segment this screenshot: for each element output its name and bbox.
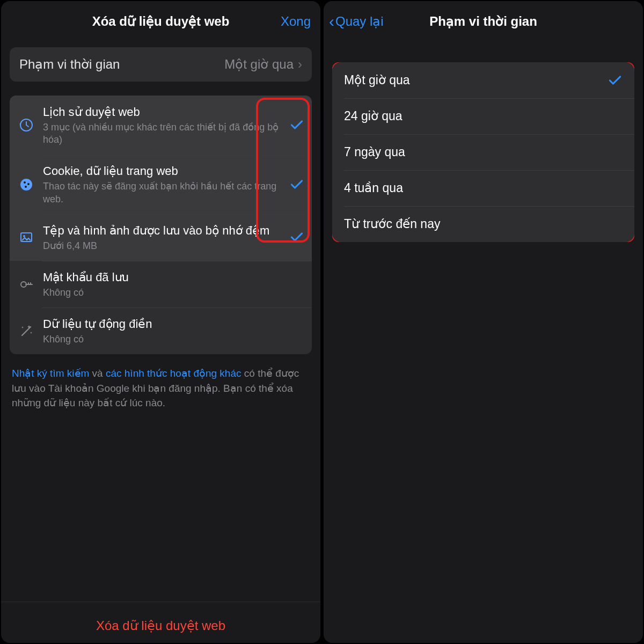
- page-title: Xóa dữ liệu duyệt web: [11, 14, 311, 29]
- check-icon: [289, 119, 304, 131]
- time-option-4w[interactable]: 4 tuần qua: [332, 170, 634, 206]
- data-item-title: Lịch sử duyệt web: [43, 104, 285, 120]
- time-range-options: Một giờ qua 24 giờ qua 7 ngày qua 4 tuần…: [332, 62, 634, 242]
- key-icon: [17, 275, 35, 294]
- data-item-title: Mật khẩu đã lưu: [43, 269, 285, 286]
- search-history-link[interactable]: Nhật ký tìm kiếm: [12, 368, 89, 379]
- wand-icon: [17, 322, 35, 340]
- back-button[interactable]: ‹ Quay lại: [329, 13, 384, 30]
- option-label: Từ trước đến nay: [344, 217, 608, 231]
- done-button[interactable]: Xong: [281, 14, 311, 29]
- header: ‹ Quay lại Phạm vi thời gian: [324, 1, 643, 41]
- check-icon: [289, 231, 304, 244]
- data-item-sub: Không có: [43, 287, 285, 299]
- data-item-passwords[interactable]: Mật khẩu đã lưu Không có: [10, 261, 312, 308]
- data-item-title: Dữ liệu tự động điền: [43, 316, 285, 332]
- option-label: Một giờ qua: [344, 73, 608, 87]
- image-icon: [17, 228, 35, 246]
- data-item-cache[interactable]: Tệp và hình ảnh được lưu vào bộ nhớ đệm …: [10, 214, 312, 261]
- header: Xóa dữ liệu duyệt web Xong: [1, 1, 320, 41]
- time-range-label: Phạm vi thời gian: [19, 57, 224, 72]
- check-icon: [608, 74, 623, 87]
- time-range-row[interactable]: Phạm vi thời gian Một giờ qua ›: [10, 47, 312, 82]
- data-item-sub: Dưới 6,4 MB: [43, 240, 285, 252]
- data-item-sub: Không có: [43, 333, 285, 346]
- cookie-icon: [17, 175, 35, 194]
- data-item-history[interactable]: Lịch sử duyệt web 3 mục (và nhiều mục kh…: [10, 96, 312, 155]
- time-option-7d[interactable]: 7 ngày qua: [332, 134, 634, 170]
- data-item-title: Tệp và hình ảnh được lưu vào bộ nhớ đệm: [43, 223, 285, 239]
- data-item-sub: 3 mục (và nhiều mục khác trên các thiết …: [43, 121, 285, 147]
- data-item-title: Cookie, dữ liệu trang web: [43, 163, 285, 179]
- back-label: Quay lại: [335, 14, 384, 29]
- time-option-1h[interactable]: Một giờ qua: [332, 62, 634, 98]
- data-item-sub: Thao tác này sẽ đăng xuất bạn khỏi hầu h…: [43, 180, 285, 206]
- history-icon: [17, 116, 35, 134]
- check-icon: [289, 178, 304, 191]
- chevron-right-icon: ›: [298, 57, 302, 72]
- data-types-group: Lịch sử duyệt web 3 mục (và nhiều mục kh…: [10, 96, 312, 354]
- time-range-value: Một giờ qua: [224, 57, 294, 72]
- option-label: 4 tuần qua: [344, 181, 608, 195]
- option-label: 24 giờ qua: [344, 109, 608, 123]
- clear-data-screen: Xóa dữ liệu duyệt web Xong Phạm vi thời …: [0, 0, 321, 644]
- time-option-24h[interactable]: 24 giờ qua: [332, 98, 634, 134]
- data-item-cookies[interactable]: Cookie, dữ liệu trang web Thao tác này s…: [10, 155, 312, 214]
- chevron-left-icon: ‹: [329, 13, 334, 30]
- clear-data-button[interactable]: Xóa dữ liệu duyệt web: [1, 602, 320, 643]
- footer-note: Nhật ký tìm kiếm và các hình thức hoạt đ…: [10, 354, 312, 411]
- time-option-all[interactable]: Từ trước đến nay: [332, 206, 634, 242]
- other-activity-link[interactable]: các hình thức hoạt động khác: [106, 368, 241, 379]
- data-item-autofill[interactable]: Dữ liệu tự động điền Không có: [10, 308, 312, 354]
- time-range-screen: ‹ Quay lại Phạm vi thời gian Một giờ qua…: [323, 0, 644, 644]
- option-label: 7 ngày qua: [344, 145, 608, 159]
